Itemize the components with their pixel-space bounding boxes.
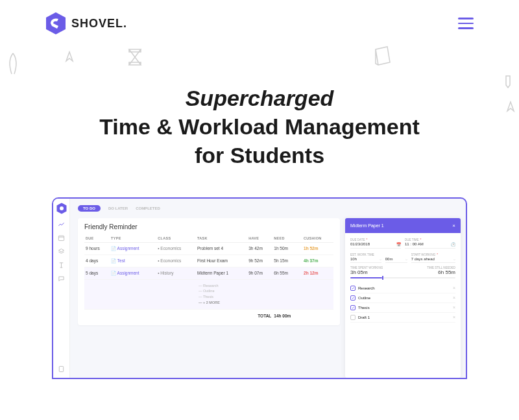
text-icon[interactable] <box>58 262 65 269</box>
tab-dolater[interactable]: DO LATER <box>108 206 128 210</box>
feather-icon <box>5 52 21 78</box>
mock-sidebar <box>53 199 70 378</box>
tab-todo[interactable]: TO DO <box>78 205 101 212</box>
hero: Supercharged Time & Workload Management … <box>0 84 519 170</box>
checklist-item[interactable]: Draft 1× <box>350 313 455 323</box>
reminder-card: Friendly Reminder DUE TYPE CLASS TASK HA… <box>78 218 340 325</box>
hero-line1: Supercharged <box>186 86 334 110</box>
remove-icon[interactable]: × <box>453 295 455 300</box>
due-time-field[interactable]: DUE TIME * 11 : 00 AM🕐 <box>405 237 455 249</box>
svg-rect-3 <box>58 236 64 240</box>
col-task: TASK <box>196 234 247 243</box>
spent-val: 3h 05m <box>350 269 383 275</box>
svg-rect-4 <box>59 366 63 371</box>
due-date-field[interactable]: DUE DATE * 01/23/2018📅 <box>350 237 401 249</box>
chevron-down-icon: ⌵ <box>405 257 407 261</box>
panel-title: Midterm Paper 1 <box>350 223 384 228</box>
menu-icon[interactable] <box>458 18 474 29</box>
est-m-field[interactable]: 00m⌵ <box>385 252 407 263</box>
col-due: DUE <box>84 234 110 243</box>
task-table: DUE TYPE CLASS TASK HAVE NEED CUSHION 9 … <box>84 234 333 321</box>
panel-header: Midterm Paper 1 × <box>345 218 461 233</box>
hourglass-icon <box>127 47 143 68</box>
checkbox-icon[interactable]: ✓ <box>350 295 356 301</box>
app-mock: TO DO DO LATER COMPLETED Friendly Remind… <box>52 197 467 379</box>
hero-heading: Supercharged Time & Workload Management … <box>26 84 493 170</box>
detail-panel: Midterm Paper 1 × DUE DATE * 01/23/2018📅… <box>345 218 461 378</box>
layers-icon[interactable] <box>58 248 65 255</box>
col-class: CLASS <box>156 234 196 243</box>
svg-marker-0 <box>46 12 66 34</box>
book-icon <box>373 45 392 68</box>
need-label: TIME STILL NEEDED <box>427 266 455 269</box>
note-icon[interactable] <box>58 365 65 373</box>
col-need: NEED <box>272 234 302 243</box>
mock-tabs: TO DO DO LATER COMPLETED <box>78 205 340 212</box>
checklist-item[interactable]: ✓Outline× <box>350 293 455 303</box>
table-row[interactable]: 9 hours📄 Assignment• EconomicsProblem se… <box>84 242 333 254</box>
hero-line2: Time & Workload Management <box>99 114 420 139</box>
col-type: TYPE <box>110 234 156 243</box>
chevron-down-icon: ⌵ <box>453 257 455 261</box>
site-header: SHOVEL. <box>0 0 519 42</box>
remove-icon[interactable]: × <box>453 315 455 319</box>
mock-logo-icon <box>56 203 67 214</box>
calendar-icon[interactable] <box>58 234 65 241</box>
subtask-row: ResearchOutlineThesis+ 2 MORE <box>84 279 333 309</box>
table-row[interactable]: 4 days📄 Test• EconomicsFirst Hour Exam9h… <box>84 254 333 267</box>
hero-line3: for Students <box>195 143 324 167</box>
checkbox-icon[interactable]: ✓ <box>350 286 356 291</box>
chevron-down-icon: ⌵ <box>380 257 381 261</box>
brand-text: SHOVEL. <box>71 17 127 31</box>
chat-icon[interactable] <box>58 275 65 282</box>
tab-completed[interactable]: COMPLETED <box>136 206 160 210</box>
logo-group[interactable]: SHOVEL. <box>45 12 127 35</box>
mock-main: TO DO DO LATER COMPLETED Friendly Remind… <box>70 199 345 378</box>
remove-icon[interactable]: × <box>453 286 455 290</box>
card-title: Friendly Reminder <box>84 223 333 230</box>
progress-slider[interactable] <box>350 277 455 278</box>
col-cushion: CUSHION <box>302 234 333 243</box>
need-val: 6h 55m <box>427 269 455 275</box>
checkbox-icon[interactable] <box>350 315 356 320</box>
start-field[interactable]: START WORKING * 7 days ahead⌵ <box>411 252 455 263</box>
calendar-sm-icon: 📅 <box>396 242 401 247</box>
checkbox-icon[interactable]: ✓ <box>350 305 356 310</box>
total-row: TOTAL14h 00m <box>84 309 333 321</box>
col-have: HAVE <box>247 234 272 243</box>
remove-icon[interactable]: × <box>453 305 455 310</box>
clock-icon: 🕐 <box>451 242 455 247</box>
chart-icon[interactable] <box>58 221 65 228</box>
close-icon[interactable]: × <box>452 223 455 229</box>
compass-icon <box>65 51 74 64</box>
checklist-item[interactable]: ✓Thesis× <box>350 303 455 313</box>
logo-icon <box>45 12 66 35</box>
svg-point-2 <box>60 206 64 210</box>
table-row[interactable]: 5 days📄 Assignment• HistoryMidterm Paper… <box>84 267 333 279</box>
est-h-field[interactable]: EST. WORK TIME 10h⌵ <box>350 252 381 263</box>
spent-label: TIME SPENT WORKING <box>350 266 383 269</box>
checklist-item[interactable]: ✓Research× <box>350 284 455 293</box>
